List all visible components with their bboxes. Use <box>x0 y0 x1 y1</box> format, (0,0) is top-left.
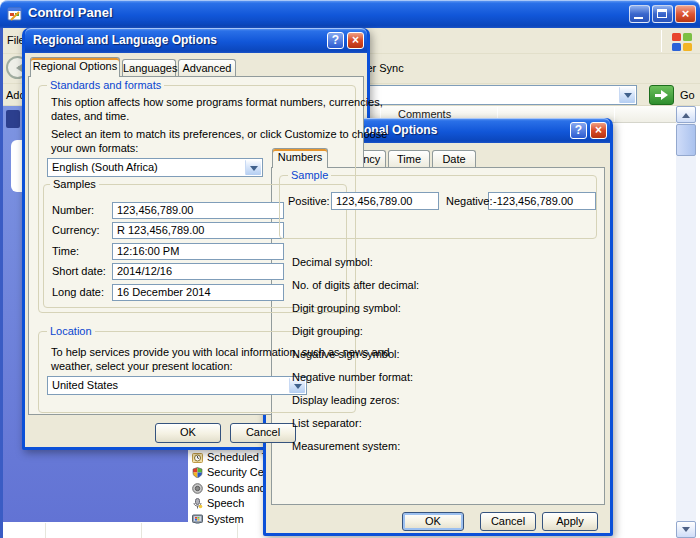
ok-button[interactable]: OK <box>155 423 221 443</box>
option-label: Digit grouping symbol: <box>292 302 401 315</box>
tab-languages[interactable]: Languages <box>122 59 176 77</box>
maximize-button[interactable] <box>652 5 673 23</box>
windows-logo-icon <box>670 31 694 52</box>
window-title: Control Panel <box>28 5 113 20</box>
language-select[interactable]: English (South Africa) <box>47 158 263 177</box>
sample-group: Sample Positive: 123,456,789.00 Negative… <box>279 175 597 239</box>
go-button[interactable] <box>649 85 674 105</box>
close-icon: × <box>676 6 695 22</box>
positive-label: Positive: <box>288 195 330 208</box>
go-arrow-icon <box>661 90 673 100</box>
scroll-up-button[interactable] <box>676 106 696 123</box>
arrow-down-icon <box>682 527 690 536</box>
menubar-divider <box>661 30 662 52</box>
option-label: No. of digits after decimal: <box>292 279 419 292</box>
go-label: Go <box>680 89 695 101</box>
task-pane-icon <box>6 110 20 128</box>
ok-button[interactable]: OK <box>402 512 464 531</box>
sample-label: Sample <box>288 169 331 182</box>
location-select[interactable]: United States <box>47 376 307 395</box>
language-select-value: English (South Africa) <box>52 161 158 173</box>
negative-field[interactable]: -123,456,789.00 <box>488 192 596 210</box>
arrow-up-icon <box>682 109 690 118</box>
standards-desc-line1: This option affects how some programs fo… <box>51 96 383 109</box>
sample-number-field[interactable]: 123,456,789.00 <box>112 202 284 219</box>
negative-label: Negative: <box>446 195 492 208</box>
minimize-icon <box>634 17 643 19</box>
minimize-button[interactable] <box>629 5 650 23</box>
sample-row-label: Number: <box>52 204 94 217</box>
option-label: List separator: <box>292 417 362 430</box>
security-center-icon <box>192 467 203 480</box>
address-dropdown-button[interactable] <box>619 87 635 103</box>
tab-time[interactable]: Time <box>388 150 430 168</box>
list-item-label: System <box>207 513 244 525</box>
tab-regional-options[interactable]: Regional Options <box>30 57 120 77</box>
chevron-down-icon <box>250 166 258 175</box>
grid-line <box>237 523 238 538</box>
control-panel-icon <box>7 6 23 22</box>
chevron-down-icon <box>294 384 302 393</box>
scheduled-tasks-icon <box>192 452 203 465</box>
sample-long-date-field[interactable]: 16 December 2014 <box>112 284 284 301</box>
list-item-label: Speech <box>207 497 244 509</box>
maximize-icon <box>657 9 667 18</box>
positive-field[interactable]: 123,456,789.00 <box>331 192 439 210</box>
column-separator <box>614 107 615 122</box>
option-label: Negative number format: <box>292 371 413 384</box>
standards-formats-label: Standards and formats <box>47 79 164 92</box>
regional-dialog-titlebar: Regional and Language Options ? × <box>25 28 367 53</box>
regional-dialog-body: Regional Options Languages Advanced Stan… <box>25 53 367 447</box>
option-label: Decimal symbol: <box>292 256 373 269</box>
help-button[interactable]: ? <box>570 122 587 139</box>
sample-row-label: Short date: <box>52 265 106 278</box>
apply-button[interactable]: Apply <box>542 512 598 531</box>
sample-time-field[interactable]: 12:16:00 PM <box>112 243 284 260</box>
speech-icon <box>192 498 203 511</box>
screen: Control Panel × File Folder Sync Address… <box>0 0 700 538</box>
location-select-value: United States <box>52 379 118 391</box>
customize-dialog: Customize Regional Options ? × Numbers C… <box>263 118 613 536</box>
close-button[interactable]: × <box>347 32 364 49</box>
scroll-down-button[interactable] <box>676 521 696 538</box>
main-titlebar: Control Panel × <box>0 0 700 28</box>
tab-date[interactable]: Date <box>432 150 476 168</box>
option-label: Display leading zeros: <box>292 394 400 407</box>
regional-dialog: Regional and Language Options ? × Region… <box>22 28 370 450</box>
samples-label: Samples <box>50 178 99 191</box>
option-label: Negative sign symbol: <box>292 348 400 361</box>
bottom-strip <box>3 522 188 538</box>
select-desc-line2: your own formats: <box>51 142 138 155</box>
tab-advanced[interactable]: Advanced <box>178 59 236 77</box>
option-label: Digit grouping: <box>292 325 363 338</box>
sample-row-label: Long date: <box>52 286 104 299</box>
regional-dialog-title: Regional and Language Options <box>33 33 217 47</box>
chevron-down-icon <box>624 93 632 102</box>
language-dropdown-button[interactable] <box>245 160 261 175</box>
sounds-audio-icon <box>192 483 203 496</box>
location-desc-line2: weather, select your present location: <box>51 360 233 373</box>
scrollbar[interactable] <box>676 106 696 538</box>
select-desc-line1: Select an item to match its preferences,… <box>51 128 387 141</box>
close-button[interactable]: × <box>590 122 607 139</box>
close-button[interactable]: × <box>675 5 696 23</box>
location-label: Location <box>47 325 95 338</box>
sample-short-date-field[interactable]: 2014/12/16 <box>112 263 284 280</box>
grid-line <box>141 523 142 538</box>
sample-currency-field[interactable]: R 123,456,789.00 <box>112 222 284 239</box>
sample-row-label: Time: <box>52 245 79 258</box>
grid-line <box>45 523 46 538</box>
help-button[interactable]: ? <box>327 32 344 49</box>
sample-row-label: Currency: <box>52 224 100 237</box>
window-left-border <box>0 28 3 538</box>
option-label: Measurement system: <box>292 440 400 453</box>
cancel-button[interactable]: Cancel <box>230 423 296 443</box>
cancel-button[interactable]: Cancel <box>480 512 536 531</box>
scrollbar-thumb[interactable] <box>676 124 696 156</box>
system-icon <box>192 514 203 527</box>
standards-desc-line2: dates, and time. <box>51 110 129 123</box>
